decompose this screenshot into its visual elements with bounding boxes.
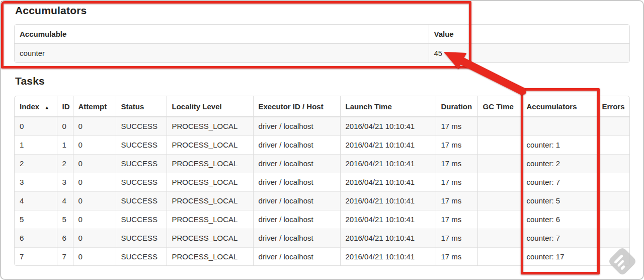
value-column-header[interactable]: Value <box>429 25 629 43</box>
attempt-cell: 0 <box>73 247 116 266</box>
launch-time-cell: 2016/04/21 10:10:41 <box>340 154 436 173</box>
column-header-locality-level[interactable]: Locality Level <box>167 96 253 117</box>
task-row: 5 5 0 SUCCESS PROCESS_LOCAL driver / loc… <box>15 210 630 229</box>
locality-level-cell: PROCESS_LOCAL <box>167 135 253 154</box>
accumulators-cell: counter: 7 <box>521 229 597 247</box>
accumulators-cell: counter: 5 <box>521 191 597 210</box>
executor-id-host-cell: driver / localhost <box>253 117 340 135</box>
locality-level-cell: PROCESS_LOCAL <box>167 191 253 210</box>
errors-cell <box>597 173 630 191</box>
duration-cell: 17 ms <box>436 154 477 173</box>
locality-level-cell: PROCESS_LOCAL <box>167 247 253 266</box>
locality-level-cell: PROCESS_LOCAL <box>167 210 253 229</box>
accumulable-column-header[interactable]: Accumulable <box>15 25 429 43</box>
accumulators-cell: counter: 17 <box>521 247 597 266</box>
index-cell: 7 <box>15 247 57 266</box>
tasks-header-row: Index▲ ID Attempt Status Locality Level … <box>15 96 630 117</box>
id-cell: 1 <box>57 135 73 154</box>
id-cell: 5 <box>57 210 73 229</box>
accumulators-cell: counter: 6 <box>521 210 597 229</box>
locality-level-cell: PROCESS_LOCAL <box>167 154 253 173</box>
launch-time-cell: 2016/04/21 10:10:41 <box>340 117 436 135</box>
launch-time-cell: 2016/04/21 10:10:41 <box>340 210 436 229</box>
index-cell: 0 <box>15 117 57 135</box>
gc-time-cell <box>477 117 521 135</box>
column-header-accumulators[interactable]: Accumulators <box>521 96 597 117</box>
index-cell: 5 <box>15 210 57 229</box>
gc-time-cell <box>477 173 521 191</box>
task-row: 7 7 0 SUCCESS PROCESS_LOCAL driver / loc… <box>15 247 630 266</box>
task-row: 2 2 0 SUCCESS PROCESS_LOCAL driver / loc… <box>15 154 630 173</box>
duration-cell: 17 ms <box>436 247 477 266</box>
column-header-duration[interactable]: Duration <box>436 96 477 117</box>
index-cell: 3 <box>15 173 57 191</box>
duration-cell: 17 ms <box>436 210 477 229</box>
column-header-executor-id-host[interactable]: Executor ID / Host <box>253 96 340 117</box>
gc-time-cell <box>477 247 521 266</box>
attempt-cell: 0 <box>73 154 116 173</box>
duration-cell: 17 ms <box>436 191 477 210</box>
column-header-errors[interactable]: Errors <box>597 96 630 117</box>
column-header-id[interactable]: ID <box>57 96 73 117</box>
accumulators-cell: counter: 7 <box>521 173 597 191</box>
accumulators-header-row: Accumulable Value <box>15 25 629 43</box>
locality-level-cell: PROCESS_LOCAL <box>167 173 253 191</box>
attempt-cell: 0 <box>73 229 116 247</box>
accumulators-section-title: Accumulators <box>15 5 87 17</box>
launch-time-cell: 2016/04/21 10:10:41 <box>340 135 436 154</box>
executor-id-host-cell: driver / localhost <box>253 154 340 173</box>
task-row: 4 4 0 SUCCESS PROCESS_LOCAL driver / loc… <box>15 191 630 210</box>
executor-id-host-cell: driver / localhost <box>253 135 340 154</box>
attempt-cell: 0 <box>73 210 116 229</box>
id-cell: 7 <box>57 247 73 266</box>
errors-cell <box>597 191 630 210</box>
task-row: 3 3 0 SUCCESS PROCESS_LOCAL driver / loc… <box>15 173 630 191</box>
id-cell: 0 <box>57 117 73 135</box>
executor-id-host-cell: driver / localhost <box>253 210 340 229</box>
attempt-cell: 0 <box>73 173 116 191</box>
gc-time-cell <box>477 191 521 210</box>
tasks-section-title: Tasks <box>15 75 45 87</box>
launch-time-cell: 2016/04/21 10:10:41 <box>340 173 436 191</box>
accumulator-value-cell: 45 <box>429 43 629 62</box>
id-cell: 4 <box>57 191 73 210</box>
task-row: 0 0 0 SUCCESS PROCESS_LOCAL driver / loc… <box>15 117 630 135</box>
status-cell: SUCCESS <box>116 229 167 247</box>
executor-id-host-cell: driver / localhost <box>253 191 340 210</box>
gc-time-cell <box>477 210 521 229</box>
errors-cell <box>597 117 630 135</box>
locality-level-cell: PROCESS_LOCAL <box>167 117 253 135</box>
errors-cell <box>597 154 630 173</box>
accumulators-cell <box>521 117 597 135</box>
gc-time-cell <box>477 135 521 154</box>
duration-cell: 17 ms <box>436 229 477 247</box>
accumulators-cell: counter: 1 <box>521 135 597 154</box>
id-cell: 3 <box>57 173 73 191</box>
attempt-cell: 0 <box>73 117 116 135</box>
column-header-status[interactable]: Status <box>116 96 167 117</box>
column-header-launch-time[interactable]: Launch Time <box>340 96 436 117</box>
attempt-cell: 0 <box>73 191 116 210</box>
task-row: 1 1 0 SUCCESS PROCESS_LOCAL driver / loc… <box>15 135 630 154</box>
column-header-index[interactable]: Index▲ <box>15 96 57 117</box>
accumulators-cell: counter: 2 <box>521 154 597 173</box>
launch-time-cell: 2016/04/21 10:10:41 <box>340 229 436 247</box>
launch-time-cell: 2016/04/21 10:10:41 <box>340 191 436 210</box>
index-cell: 4 <box>15 191 57 210</box>
attempt-cell: 0 <box>73 135 116 154</box>
tasks-table: Index▲ ID Attempt Status Locality Level … <box>14 96 630 266</box>
accumulators-table: Accumulable Value counter 45 <box>14 24 630 63</box>
duration-cell: 17 ms <box>436 173 477 191</box>
duration-cell: 17 ms <box>436 135 477 154</box>
index-cell: 6 <box>15 229 57 247</box>
task-row: 6 6 0 SUCCESS PROCESS_LOCAL driver / loc… <box>15 229 630 247</box>
executor-id-host-cell: driver / localhost <box>253 229 340 247</box>
status-cell: SUCCESS <box>116 210 167 229</box>
status-cell: SUCCESS <box>116 135 167 154</box>
column-header-attempt[interactable]: Attempt <box>73 96 116 117</box>
column-header-gc-time[interactable]: GC Time <box>477 96 521 117</box>
locality-level-cell: PROCESS_LOCAL <box>167 229 253 247</box>
sort-ascending-icon: ▲ <box>44 105 49 110</box>
index-cell: 2 <box>15 154 57 173</box>
executor-id-host-cell: driver / localhost <box>253 173 340 191</box>
